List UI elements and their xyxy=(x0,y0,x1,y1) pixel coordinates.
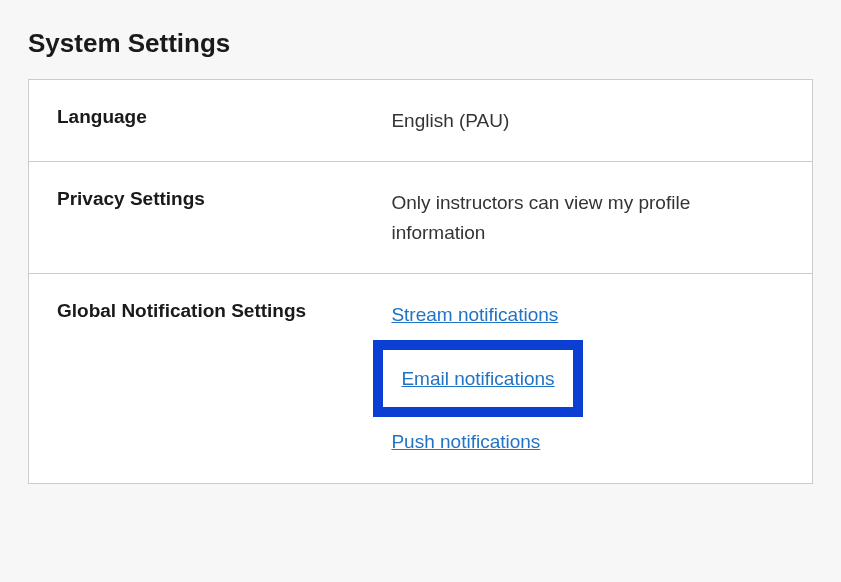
privacy-label: Privacy Settings xyxy=(57,188,391,247)
settings-row-privacy: Privacy Settings Only instructors can vi… xyxy=(29,162,812,274)
language-value: English (PAU) xyxy=(391,106,784,135)
email-notifications-link[interactable]: Email notifications xyxy=(401,368,554,389)
language-label: Language xyxy=(57,106,391,135)
settings-table: Language English (PAU) Privacy Settings … xyxy=(28,79,813,484)
email-notifications-highlight: Email notifications xyxy=(373,340,582,417)
notifications-label: Global Notification Settings xyxy=(57,300,391,456)
settings-row-language: Language English (PAU) xyxy=(29,80,812,162)
settings-row-notifications: Global Notification Settings Stream noti… xyxy=(29,274,812,482)
push-notifications-link[interactable]: Push notifications xyxy=(391,427,540,456)
stream-notifications-link[interactable]: Stream notifications xyxy=(391,300,558,329)
page-title: System Settings xyxy=(28,28,813,59)
notification-links: Stream notifications Email notifications… xyxy=(391,300,784,456)
privacy-value: Only instructors can view my profile inf… xyxy=(391,188,784,247)
